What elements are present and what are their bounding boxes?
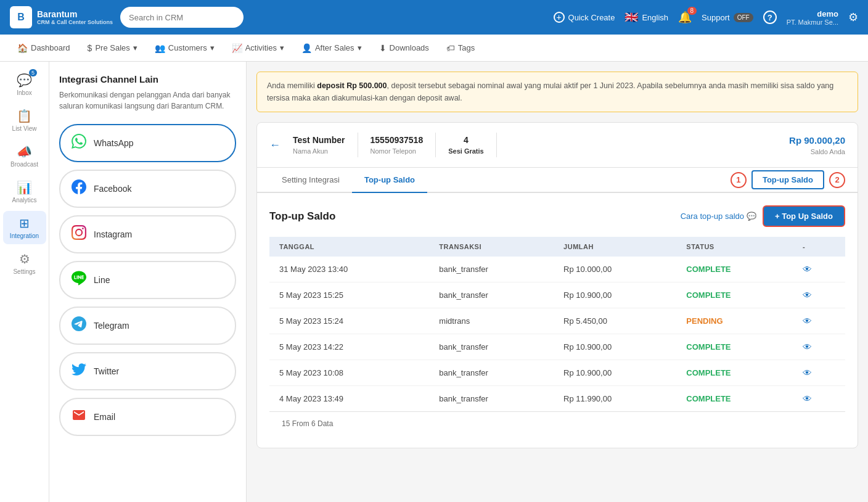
cell-status: COMPLETE [676, 360, 793, 386]
cell-transaksi: bank_transfer [429, 257, 554, 282]
divider3 [496, 133, 497, 157]
sidebar-icons: 💬 5 Inbox 📋 List View 📣 Broadcast 📊 Anal… [0, 62, 49, 502]
downloads-icon: ⬇ [379, 43, 387, 53]
sidebar-item-settings[interactable]: ⚙ Settings [3, 247, 46, 280]
view-icon[interactable]: 👁 [803, 290, 812, 300]
language-selector[interactable]: 🇬🇧 English [624, 10, 668, 24]
cell-transaksi: bank_transfer [429, 282, 554, 308]
nav-customers[interactable]: 👥 Customers ▾ [147, 39, 222, 57]
email-icon [72, 408, 86, 426]
tab-setting-integrasi[interactable]: Setting Integrasi [269, 168, 352, 193]
sidebar-item-broadcast[interactable]: 📣 Broadcast [3, 139, 46, 173]
whatsapp-label: WhatsApp [94, 138, 134, 148]
cell-transaksi: midtrans [429, 308, 554, 334]
channel-panel-title: Integrasi Channel Lain [59, 74, 236, 84]
transactions-table: TANGGAL TRANSAKSI JUMLAH STATUS - 31 May… [269, 237, 845, 411]
cell-date: 4 May 2023 13:49 [269, 386, 429, 412]
cell-date: 5 May 2023 14:22 [269, 334, 429, 360]
content-area: Anda memiliki deposit Rp 500.000, deposi… [247, 62, 868, 502]
logo-icon: B [10, 6, 32, 28]
toggle-off-badge: OFF [734, 13, 753, 22]
channel-line[interactable]: Line [59, 261, 236, 299]
col-header-jumlah: JUMLAH [554, 237, 676, 257]
cara-topup-link[interactable]: Cara top-up saldo 💬 [681, 212, 756, 221]
instagram-label: Instagram [94, 229, 132, 239]
listview-icon: 📋 [17, 109, 32, 123]
cell-status: COMPLETE [676, 257, 793, 282]
cell-action[interactable]: 👁 [793, 386, 845, 412]
nav-downloads[interactable]: ⬇ Downloads [372, 39, 436, 57]
account-session-col: 4 Sesi Gratis [448, 135, 483, 155]
table-row: 4 May 2023 13:49 bank_transfer Rp 11.990… [269, 386, 845, 412]
channel-facebook[interactable]: Facebook [59, 170, 236, 208]
topup-saldo-tab-button[interactable]: Top-up Saldo [751, 170, 824, 189]
facebook-icon [72, 179, 86, 198]
line-label: Line [94, 275, 110, 285]
divider [358, 133, 358, 157]
sidebar-item-integration[interactable]: ⊞ Integration [3, 211, 46, 244]
nav-activities[interactable]: 📈 Activities ▾ [224, 39, 292, 57]
nav-presales[interactable]: $ Pre Sales ▾ [80, 39, 145, 57]
plus-icon: + [554, 12, 565, 23]
channel-panel-desc: Berkomunikasi dengan pelanggan Anda dari… [59, 89, 236, 112]
top-nav: B Barantum CRM & Call Center Solutions +… [0, 0, 868, 35]
cell-jumlah: Rp 10.900,00 [554, 360, 676, 386]
back-button[interactable]: ← [269, 139, 280, 152]
col-header-transaksi: TRANSAKSI [429, 237, 554, 257]
channel-email[interactable]: Email [59, 398, 236, 436]
table-row: 31 May 2023 13:40 bank_transfer Rp 10.00… [269, 257, 845, 282]
analytics-icon: 📊 [17, 180, 32, 195]
nav-tags[interactable]: 🏷 Tags [439, 39, 482, 57]
help-button[interactable]: ? [763, 10, 777, 24]
table-footer: 15 From 6 Data [269, 411, 845, 435]
cell-action[interactable]: 👁 [793, 308, 845, 334]
cell-action[interactable]: 👁 [793, 334, 845, 360]
table-row: 5 May 2023 15:24 midtrans Rp 5.450,00 PE… [269, 308, 845, 334]
account-card: ← Test Number Nama Akun 15550937518 Nomo… [256, 122, 858, 448]
divider2 [435, 133, 436, 157]
nav-dashboard[interactable]: 🏠 Dashboard [10, 39, 78, 57]
customers-chevron-icon: ▾ [210, 43, 215, 52]
secondary-nav: 🏠 Dashboard $ Pre Sales ▾ 👥 Customers ▾ … [0, 35, 868, 62]
notification-bell[interactable]: 🔔 8 [678, 10, 692, 24]
channel-twitter[interactable]: Twitter [59, 352, 236, 390]
step1-badge: 1 [731, 172, 747, 188]
view-icon[interactable]: 👁 [803, 316, 812, 326]
cell-jumlah: Rp 10.900,00 [554, 282, 676, 308]
settings-gear-icon[interactable]: ⚙ [848, 10, 858, 24]
channel-whatsapp[interactable]: WhatsApp [59, 124, 236, 162]
cell-transaksi: bank_transfer [429, 334, 554, 360]
email-label: Email [94, 412, 115, 422]
channel-telegram[interactable]: Telegram [59, 307, 236, 345]
presales-chevron-icon: ▾ [133, 43, 137, 52]
add-topup-button[interactable]: + Top Up Saldo [763, 205, 845, 227]
alert-banner: Anda memiliki deposit Rp 500.000, deposi… [256, 72, 858, 112]
cell-status: COMPLETE [676, 334, 793, 360]
cell-action[interactable]: 👁 [793, 282, 845, 308]
topup-header: Top-up Saldo Cara top-up saldo 💬 + Top U… [269, 205, 845, 227]
topup-header-right: Cara top-up saldo 💬 + Top Up Saldo [681, 205, 845, 227]
view-icon[interactable]: 👁 [803, 393, 812, 404]
cell-date: 31 May 2023 13:40 [269, 257, 429, 282]
view-icon[interactable]: 👁 [803, 368, 812, 378]
user-info: demo PT. Makmur Se... [787, 9, 838, 26]
tab-topup-saldo[interactable]: Top-up Saldo [352, 168, 427, 193]
nav-aftersales[interactable]: 👤 After Sales ▾ [294, 39, 369, 57]
twitter-icon [72, 362, 86, 381]
search-input[interactable] [120, 7, 244, 28]
twitter-label: Twitter [94, 366, 119, 376]
view-icon[interactable]: 👁 [803, 264, 812, 274]
tags-icon: 🏷 [446, 43, 455, 53]
main-layout: 💬 5 Inbox 📋 List View 📣 Broadcast 📊 Anal… [0, 62, 868, 502]
view-icon[interactable]: 👁 [803, 342, 812, 352]
sidebar-item-analytics[interactable]: 📊 Analytics [3, 175, 46, 208]
cell-action[interactable]: 👁 [793, 257, 845, 282]
cell-transaksi: bank_transfer [429, 360, 554, 386]
channel-instagram[interactable]: Instagram [59, 215, 236, 253]
whatsapp-icon [72, 134, 86, 152]
sidebar-item-listview[interactable]: 📋 List View [3, 104, 46, 137]
support-toggle[interactable]: Support OFF [702, 13, 753, 22]
cell-action[interactable]: 👁 [793, 360, 845, 386]
sidebar-item-inbox[interactable]: 💬 5 Inbox [3, 68, 46, 101]
quick-create-button[interactable]: + Quick Create [554, 12, 615, 23]
